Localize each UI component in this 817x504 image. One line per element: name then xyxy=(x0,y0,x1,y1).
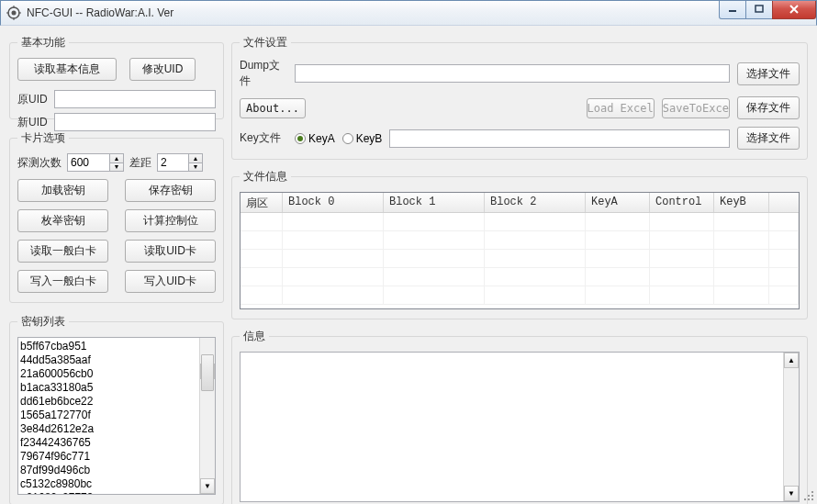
key-list-legend: 密钥列表 xyxy=(17,314,69,330)
diff-spinner[interactable]: ▲▼ xyxy=(157,153,203,172)
table-row[interactable] xyxy=(241,286,799,305)
scroll-thumb[interactable] xyxy=(201,354,214,391)
info-scroll-up-icon[interactable]: ▲ xyxy=(784,353,799,368)
keyb-radio[interactable]: KeyB xyxy=(342,132,383,145)
diff-label: 差距 xyxy=(129,155,151,171)
file-info-legend: 文件信息 xyxy=(240,169,291,185)
col-spacer xyxy=(769,193,799,212)
table-row[interactable] xyxy=(241,213,799,231)
col-block1[interactable]: Block 1 xyxy=(384,193,485,212)
statusbar xyxy=(0,489,817,504)
file-config-legend: 文件设置 xyxy=(240,35,291,50)
probe-count-input[interactable] xyxy=(67,153,109,172)
info-textbox[interactable]: ▲ ▼ xyxy=(240,352,800,502)
svg-rect-3 xyxy=(755,6,763,12)
info-scrollbar[interactable]: ▲ ▼ xyxy=(783,353,799,501)
window-title: NFC-GUI -- RadioWar:A.I. Ver xyxy=(27,6,720,19)
svg-rect-2 xyxy=(729,10,736,12)
modify-uid-button[interactable]: 修改UID xyxy=(129,58,196,81)
app-icon xyxy=(6,6,21,20)
new-uid-input[interactable] xyxy=(54,113,216,131)
close-button[interactable] xyxy=(772,1,816,19)
col-keya[interactable]: KeyA xyxy=(586,193,650,212)
orig-uid-label: 原UID xyxy=(17,92,50,107)
maximize-button[interactable] xyxy=(745,1,773,19)
save-key-button[interactable]: 保存密钥 xyxy=(125,179,216,202)
save-file-button[interactable]: 保存文件 xyxy=(737,96,800,119)
read-basic-info-button[interactable]: 读取基本信息 xyxy=(17,58,117,81)
minimize-button[interactable] xyxy=(719,1,746,19)
key-list-scrollbar[interactable]: ▲ ▼ xyxy=(199,338,215,494)
col-block0[interactable]: Block 0 xyxy=(283,193,384,212)
key-list-box[interactable]: b5ff67cba951 44dd5a385aaf 21a600056cb0 b… xyxy=(17,337,216,495)
table-row[interactable] xyxy=(241,250,799,268)
keya-radio[interactable]: KeyA xyxy=(295,132,335,145)
keya-radio-label: KeyA xyxy=(308,132,335,145)
svg-rect-5 xyxy=(808,495,810,497)
info-legend: 信息 xyxy=(240,329,269,344)
dump-file-label: Dump文件 xyxy=(240,58,287,89)
window-buttons xyxy=(720,1,816,19)
svg-rect-7 xyxy=(804,498,806,500)
save-excel-button[interactable]: SaveToExce xyxy=(662,98,730,118)
titlebar[interactable]: NFC-GUI -- RadioWar:A.I. Ver xyxy=(0,0,817,26)
about-button[interactable]: About... xyxy=(240,98,306,118)
file-info-group: 文件信息 扇区 Block 0 Block 1 Block 2 KeyA Con… xyxy=(231,169,808,319)
svg-rect-6 xyxy=(811,495,813,497)
resize-grip-icon[interactable] xyxy=(804,491,815,502)
enum-key-button[interactable]: 枚举密钥 xyxy=(17,209,108,232)
read-white-card-button[interactable]: 读取一般白卡 xyxy=(17,240,108,263)
file-info-table[interactable]: 扇区 Block 0 Block 1 Block 2 KeyA Control … xyxy=(240,192,800,309)
col-keyb[interactable]: KeyB xyxy=(714,193,769,212)
key-file-label: Key文件 xyxy=(240,130,287,146)
keyb-radio-label: KeyB xyxy=(356,132,383,145)
write-white-card-button[interactable]: 写入一般白卡 xyxy=(17,270,108,293)
choose-key-file-button[interactable]: 选择文件 xyxy=(737,127,800,150)
svg-rect-4 xyxy=(811,491,813,493)
calc-control-button[interactable]: 计算控制位 xyxy=(125,209,216,232)
probe-count-spinner[interactable]: ▲▼ xyxy=(67,153,124,172)
probe-down-icon[interactable]: ▼ xyxy=(109,162,124,173)
info-group: 信息 ▲ ▼ xyxy=(231,329,808,504)
key-file-input[interactable] xyxy=(389,129,730,148)
read-uid-card-button[interactable]: 读取UID卡 xyxy=(125,240,216,263)
probe-count-label: 探测次数 xyxy=(17,155,62,171)
svg-rect-9 xyxy=(811,498,813,500)
table-row[interactable] xyxy=(241,231,799,250)
key-list-text: b5ff67cba951 44dd5a385aaf 21a600056cb0 b… xyxy=(20,340,94,495)
diff-up-icon[interactable]: ▲ xyxy=(188,153,203,162)
table-body xyxy=(241,213,799,305)
svg-rect-8 xyxy=(808,498,810,500)
load-key-button[interactable]: 加载密钥 xyxy=(17,179,108,202)
col-sector[interactable]: 扇区 xyxy=(241,193,283,212)
svg-point-1 xyxy=(12,11,17,16)
col-control[interactable]: Control xyxy=(650,193,714,212)
card-legend: 卡片选项 xyxy=(17,130,69,146)
dump-file-input[interactable] xyxy=(295,64,730,83)
table-row[interactable] xyxy=(241,268,799,286)
basic-group: 基本功能 读取基本信息 修改UID 原UID 新UID xyxy=(9,35,224,119)
probe-up-icon[interactable]: ▲ xyxy=(109,153,124,162)
write-uid-card-button[interactable]: 写入UID卡 xyxy=(125,270,216,293)
basic-legend: 基本功能 xyxy=(17,35,69,50)
new-uid-label: 新UID xyxy=(17,115,50,130)
choose-dump-file-button[interactable]: 选择文件 xyxy=(737,62,800,85)
file-config-group: 文件设置 Dump文件 选择文件 About... Load Excel Sav… xyxy=(231,35,808,160)
table-header: 扇区 Block 0 Block 1 Block 2 KeyA Control … xyxy=(241,193,799,213)
card-group: 卡片选项 探测次数 ▲▼ 差距 ▲▼ 加载密钥 保存密钥 枚举密钥 计算控制位 … xyxy=(9,130,224,303)
diff-down-icon[interactable]: ▼ xyxy=(188,162,203,173)
diff-input[interactable] xyxy=(157,153,188,172)
key-list-group: 密钥列表 b5ff67cba951 44dd5a385aaf 21a600056… xyxy=(9,314,224,504)
load-excel-button[interactable]: Load Excel xyxy=(587,98,655,118)
orig-uid-input[interactable] xyxy=(54,90,216,108)
col-block2[interactable]: Block 2 xyxy=(485,193,586,212)
